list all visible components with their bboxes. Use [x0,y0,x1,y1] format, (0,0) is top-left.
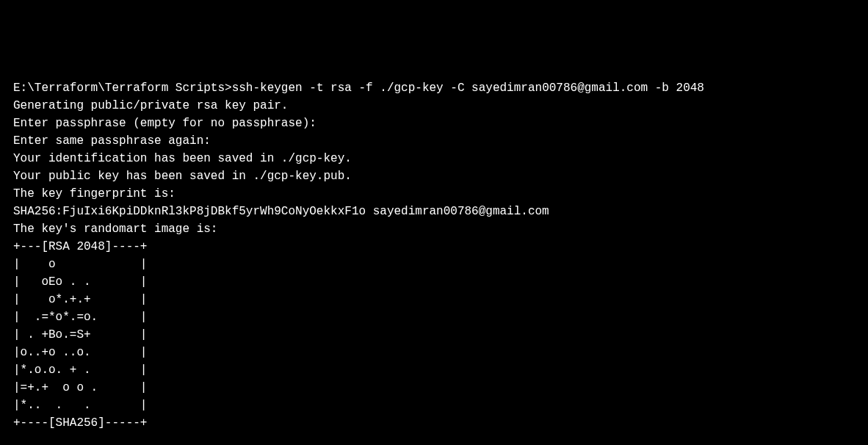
randomart-line: |*.. . . | [13,399,147,412]
output-line: Generating public/private rsa key pair. [13,99,288,112]
output-line: SHA256:FjuIxi6KpiDDknRl3kP8jDBkf5yrWh9Co… [13,205,549,218]
command-text: ssh-keygen -t rsa -f ./gcp-key -C sayedi… [232,82,704,95]
randomart-line: | . +Bo.=S+ | [13,328,147,341]
randomart-line: |*.o.o. + . | [13,363,147,377]
command-line: E:\Terraform\Terraform Scripts>ssh-keyge… [13,82,704,95]
randomart-line: | oEo . . | [13,275,147,289]
randomart-line: |=+.+ o o . | [13,381,147,394]
randomart-line: |o..+o ..o. | [13,346,147,359]
output-line: Enter passphrase (empty for no passphras… [13,117,317,130]
randomart-line: +----[SHA256]-----+ [13,416,147,430]
output-line: Your identification has been saved in ./… [13,152,352,165]
randomart-line: | .=*o*.=o. | [13,311,147,324]
prompt-prefix: E:\Terraform\Terraform Scripts> [13,82,232,95]
output-line: The key's randomart image is: [13,222,217,236]
output-line: Enter same passphrase again: [13,134,211,148]
randomart-line: +---[RSA 2048]----+ [13,240,147,253]
output-line: The key fingerprint is: [13,187,176,200]
terminal-window[interactable]: E:\Terraform\Terraform Scripts>ssh-keyge… [13,79,855,445]
output-line: Your public key has been saved in ./gcp-… [13,170,352,183]
randomart-line: | o*.+.+ | [13,293,147,306]
randomart-line: | o | [13,258,147,271]
